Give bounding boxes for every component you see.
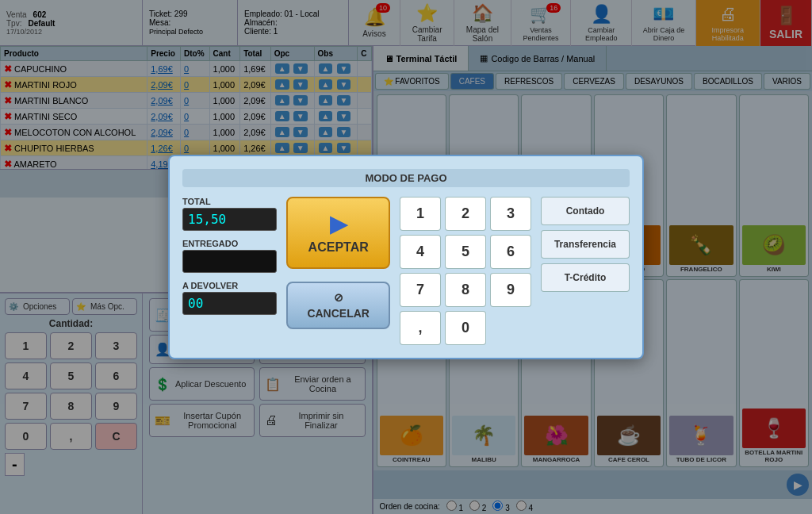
- pay-num-btn-,[interactable]: ,: [400, 311, 441, 345]
- pay-num-btn-7[interactable]: 7: [400, 273, 441, 307]
- payment-modal-body: TOTAL ENTREGADO A DEVOLVER ▶ ACEPTAR: [182, 197, 630, 345]
- pay-num-btn-4[interactable]: 4: [400, 235, 441, 269]
- play-icon: ▶: [330, 211, 347, 237]
- pay-method-contado[interactable]: Contado: [541, 197, 630, 225]
- pay-num-btn-2[interactable]: 2: [445, 197, 486, 231]
- payment-modal-overlay[interactable]: MODO DE PAGO TOTAL ENTREGADO A DEVOLVER: [0, 0, 812, 514]
- payment-methods: ContadoTransferenciaT-Crédito: [541, 197, 630, 345]
- cancelar-label: CANCELAR: [307, 307, 370, 320]
- devolver-input[interactable]: [182, 292, 277, 315]
- entregado-field: ENTREGADO: [182, 239, 277, 273]
- total-field: TOTAL: [182, 197, 277, 231]
- cancelar-button[interactable]: ⊘ CANCELAR: [286, 282, 390, 329]
- pay-num-btn-9[interactable]: 9: [490, 273, 531, 307]
- aceptar-button[interactable]: ▶ ACEPTAR: [286, 197, 390, 269]
- total-input[interactable]: [182, 208, 277, 231]
- payment-modal: MODO DE PAGO TOTAL ENTREGADO A DEVOLVER: [168, 155, 644, 359]
- pay-num-btn-0[interactable]: 0: [445, 311, 486, 345]
- payment-left: TOTAL ENTREGADO A DEVOLVER: [182, 197, 277, 345]
- pay-num-btn-6[interactable]: 6: [490, 235, 531, 269]
- entregado-input[interactable]: [182, 250, 277, 273]
- aceptar-label: ACEPTAR: [308, 240, 369, 255]
- cancel-circle-icon: ⊘: [334, 291, 343, 304]
- payment-numpad: 123456789,0: [400, 197, 531, 345]
- devolver-field: A DEVOLVER: [182, 281, 277, 315]
- pay-num-btn-3[interactable]: 3: [490, 197, 531, 231]
- pay-method-t-crédito[interactable]: T-Crédito: [541, 263, 630, 292]
- devolver-label: A DEVOLVER: [182, 281, 277, 290]
- pay-num-btn-8[interactable]: 8: [445, 273, 486, 307]
- pay-num-btn-1[interactable]: 1: [400, 197, 441, 231]
- payment-modal-title: MODO DE PAGO: [182, 169, 630, 187]
- payment-middle: ▶ ACEPTAR ⊘ CANCELAR: [286, 197, 390, 345]
- pay-method-transferencia[interactable]: Transferencia: [541, 230, 630, 259]
- entregado-label: ENTREGADO: [182, 239, 277, 248]
- total-label: TOTAL: [182, 197, 277, 206]
- pay-num-btn-5[interactable]: 5: [445, 235, 486, 269]
